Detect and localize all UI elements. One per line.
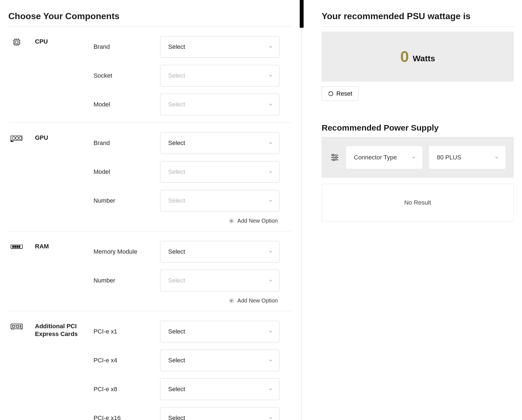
no-result-text: No Result <box>404 199 431 206</box>
select-gpu-model[interactable]: Select <box>160 161 279 183</box>
group-label-ram: RAM <box>35 241 92 250</box>
select-cpu-brand[interactable]: Select <box>160 36 279 58</box>
select-gpu-number[interactable]: Select <box>160 190 279 212</box>
group-ram: RAM Memory Module Select Number Select <box>8 231 291 311</box>
chevron-down-icon <box>268 141 273 146</box>
add-option-label: Add New Option <box>237 218 278 224</box>
add-gpu-option[interactable]: Add New Option <box>160 218 279 224</box>
components-title: Choose Your Components <box>8 11 291 21</box>
field-label-ram-number: Number <box>94 277 160 284</box>
wattage-unit: Watts <box>413 50 435 63</box>
chevron-down-icon <box>268 278 273 283</box>
field-label-cpu-brand: Brand <box>94 43 160 50</box>
field-label-ram-module: Memory Module <box>94 248 160 255</box>
field-label-pcie-x4: PCI-e x4 <box>94 357 160 364</box>
divider <box>322 26 514 27</box>
chevron-down-icon <box>268 198 273 203</box>
results-panel: Your recommended PSU wattage is 0 Watts … <box>304 0 522 420</box>
field-label-cpu-model: Model <box>94 101 160 108</box>
scroll-track[interactable] <box>300 0 304 420</box>
chevron-down-icon <box>268 358 273 363</box>
sliders-icon <box>330 153 339 162</box>
select-value: Connector Type <box>354 154 397 161</box>
wattage-value: 0 <box>400 49 409 64</box>
pcie-icon <box>8 321 33 332</box>
plus-icon <box>228 218 234 224</box>
select-value: Select <box>168 101 185 108</box>
reset-label: Reset <box>336 90 352 97</box>
gpu-icon <box>8 132 33 143</box>
select-value: Select <box>168 168 185 175</box>
reset-button[interactable]: Reset <box>322 86 359 101</box>
group-label-pcie: Additional PCI Express Cards <box>35 321 92 338</box>
chevron-down-icon <box>268 329 273 334</box>
select-value: Select <box>168 414 185 420</box>
wattage-display: 0 Watts <box>322 32 514 82</box>
no-result-card: No Result <box>322 184 514 222</box>
select-connector-type[interactable]: Connector Type <box>346 146 422 169</box>
select-gpu-brand[interactable]: Select <box>160 132 279 154</box>
components-panel: Choose Your Components CPU Brand Select … <box>0 0 300 420</box>
chevron-down-icon <box>494 155 499 160</box>
select-value: Select <box>168 197 185 204</box>
field-label-pcie-x16: PCI-e x16 <box>94 414 160 420</box>
ram-icon <box>8 241 33 252</box>
select-value: Select <box>168 139 185 147</box>
field-label-pcie-x1: PCI-e x1 <box>94 328 160 335</box>
select-ram-module[interactable]: Select <box>160 241 279 263</box>
select-ram-number[interactable]: Select <box>160 270 279 291</box>
add-option-label: Add New Option <box>237 297 278 304</box>
cpu-icon <box>8 36 33 47</box>
chevron-down-icon <box>411 155 416 160</box>
group-pcie: Additional PCI Express Cards PCI-e x1 Se… <box>8 311 291 420</box>
chevron-down-icon <box>268 44 273 49</box>
select-value: Select <box>168 277 185 284</box>
plus-icon <box>228 298 234 304</box>
select-pcie-x16[interactable]: Select <box>160 407 279 420</box>
field-label-gpu-number: Number <box>94 197 160 204</box>
select-value: Select <box>168 72 185 79</box>
select-cpu-socket[interactable]: Select <box>160 65 279 86</box>
select-pcie-x4[interactable]: Select <box>160 350 279 371</box>
chevron-down-icon <box>268 416 273 420</box>
field-label-gpu-brand: Brand <box>94 139 160 147</box>
field-label-gpu-model: Model <box>94 168 160 175</box>
select-pcie-x1[interactable]: Select <box>160 321 279 342</box>
select-pcie-x8[interactable]: Select <box>160 378 279 400</box>
select-value: Select <box>168 248 185 255</box>
reset-icon <box>328 91 334 96</box>
select-80plus[interactable]: 80 PLUS <box>429 146 505 169</box>
field-label-cpu-socket: Socket <box>94 72 160 79</box>
select-cpu-model[interactable]: Select <box>160 94 279 115</box>
chevron-down-icon <box>268 102 273 107</box>
field-label-pcie-x8: PCI-e x8 <box>94 386 160 393</box>
select-value: Select <box>168 357 185 364</box>
chevron-down-icon <box>268 169 273 174</box>
chevron-down-icon <box>268 73 273 78</box>
recommended-title: Recommended Power Supply <box>322 123 514 133</box>
select-value: Select <box>168 386 185 393</box>
chevron-down-icon <box>268 249 273 254</box>
group-label-cpu: CPU <box>35 36 92 45</box>
select-value: Select <box>168 43 185 50</box>
scroll-thumb[interactable] <box>300 0 304 28</box>
chevron-down-icon <box>268 387 273 392</box>
group-cpu: CPU Brand Select Socket Select <box>8 27 291 123</box>
filter-bar: Connector Type 80 PLUS <box>322 137 514 178</box>
group-label-gpu: GPU <box>35 132 92 142</box>
select-value: Select <box>168 328 185 335</box>
select-value: 80 PLUS <box>437 154 461 161</box>
add-ram-option[interactable]: Add New Option <box>160 297 279 304</box>
group-gpu: GPU Brand Select Model Select <box>8 123 291 231</box>
wattage-title: Your recommended PSU wattage is <box>322 11 514 21</box>
